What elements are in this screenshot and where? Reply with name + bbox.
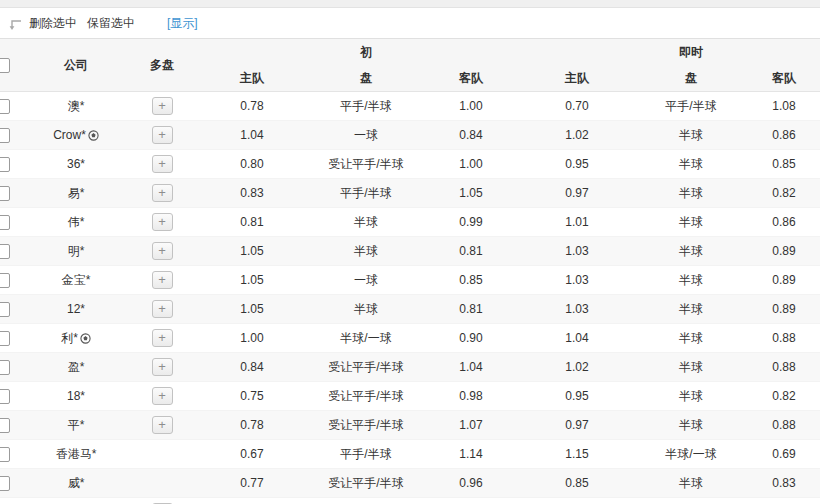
table-row: 18* + 0.75 受让平手/半球 0.98 0.95 半球 0.82 [0, 382, 820, 411]
multi-cell: + [130, 329, 194, 347]
live-away-odds: 0.89 [748, 244, 820, 258]
expand-odds-button[interactable]: + [152, 184, 173, 202]
expand-odds-button[interactable]: + [152, 300, 173, 318]
row-checkbox-cell [0, 360, 22, 375]
row-checkbox[interactable] [0, 99, 10, 114]
company-name: 威* [68, 475, 85, 492]
initial-away-odds: 0.98 [422, 389, 520, 403]
live-home-odds: 1.02 [520, 360, 634, 374]
live-away-odds: 0.82 [748, 186, 820, 200]
row-checkbox[interactable] [0, 157, 10, 172]
company-cell: 香港马* [22, 446, 130, 463]
live-home-odds: 0.95 [520, 389, 634, 403]
live-home-odds: 0.97 [520, 186, 634, 200]
table-row: Interwet* + 0.95 平手 0.75 0.90 半球 0.80 [0, 498, 820, 504]
expand-odds-button[interactable]: + [152, 242, 173, 260]
expand-odds-button[interactable]: + [152, 155, 173, 173]
row-checkbox[interactable] [0, 302, 10, 317]
company-name: 易* [68, 185, 85, 202]
live-handicap: 半球 [634, 475, 748, 492]
row-checkbox-cell [0, 128, 22, 143]
initial-handicap: 受让平手/半球 [310, 359, 422, 376]
initial-handicap: 平手/半球 [310, 446, 422, 463]
page-top-strip [0, 0, 820, 8]
row-checkbox[interactable] [0, 244, 10, 259]
table-row: Crow* + 1.04 一球 0.84 1.02 半球 0.86 [0, 121, 820, 150]
row-checkbox[interactable] [0, 447, 10, 462]
initial-home-odds: 1.05 [194, 244, 310, 258]
keep-selected-button[interactable]: 保留选中 [87, 15, 135, 32]
company-name: 利* [61, 330, 78, 347]
initial-away-odds: 0.84 [422, 128, 520, 142]
delete-selected-button[interactable]: 删除选中 [29, 15, 77, 32]
show-link[interactable]: [显示] [167, 15, 198, 32]
initial-away-odds: 0.81 [422, 244, 520, 258]
table-row: 威* 0.77 受让平手/半球 0.96 0.85 半球 0.83 [0, 469, 820, 498]
row-checkbox-cell [0, 389, 22, 404]
multi-cell: + [130, 416, 194, 434]
initial-away-odds: 1.14 [422, 447, 520, 461]
row-checkbox[interactable] [0, 476, 10, 491]
odds-table: 公司 多盘 主队 初 盘 客队 主队 即时 盘 客队 澳* + 0.78 平手/… [0, 39, 820, 504]
company-name: Crow* [53, 128, 86, 142]
row-checkbox[interactable] [0, 418, 10, 433]
initial-handicap: 一球 [310, 127, 422, 144]
live-handicap: 半球 [634, 388, 748, 405]
row-checkbox[interactable] [0, 128, 10, 143]
company-name: 香港马* [56, 446, 97, 463]
live-home-odds: 0.70 [520, 99, 634, 113]
multi-cell: + [130, 126, 194, 144]
row-checkbox[interactable] [0, 273, 10, 288]
initial-home-odds: 0.78 [194, 99, 310, 113]
company-cell: 18* [22, 389, 130, 403]
live-away-odds: 0.88 [748, 418, 820, 432]
table-row: 盈* + 0.84 受让平手/半球 1.04 1.02 半球 0.88 [0, 353, 820, 382]
table-row: 金宝* + 1.05 一球 0.85 1.03 半球 0.89 [0, 266, 820, 295]
live-away-odds: 0.85 [748, 157, 820, 171]
row-checkbox-cell [0, 244, 22, 259]
expand-odds-button[interactable]: + [152, 416, 173, 434]
expand-odds-button[interactable]: + [152, 387, 173, 405]
live-home-odds: 0.97 [520, 418, 634, 432]
live-handicap: 半球 [634, 272, 748, 289]
live-away-odds: 0.86 [748, 215, 820, 229]
row-checkbox[interactable] [0, 389, 10, 404]
header-initial-line2: 盘 [310, 65, 422, 91]
row-checkbox[interactable] [0, 360, 10, 375]
header-initial-away: 客队 [422, 65, 520, 91]
expand-odds-button[interactable]: + [152, 97, 173, 115]
live-handicap: 半球 [634, 417, 748, 434]
initial-away-odds: 0.85 [422, 273, 520, 287]
header-multi: 多盘 [130, 39, 194, 91]
expand-odds-button[interactable]: + [152, 271, 173, 289]
live-home-odds: 1.04 [520, 331, 634, 345]
row-checkbox[interactable] [0, 186, 10, 201]
row-checkbox[interactable] [0, 215, 10, 230]
expand-odds-button[interactable]: + [152, 358, 173, 376]
row-checkbox-cell [0, 99, 22, 114]
initial-home-odds: 0.81 [194, 215, 310, 229]
header-live-line1: 即时 [634, 39, 748, 65]
expand-odds-button[interactable]: + [152, 329, 173, 347]
expand-odds-button[interactable]: + [152, 126, 173, 144]
initial-handicap: 受让平手/半球 [310, 388, 422, 405]
live-handicap: 半球 [634, 127, 748, 144]
initial-handicap: 受让平手/半球 [310, 417, 422, 434]
table-row: 36* + 0.80 受让平手/半球 1.00 0.95 半球 0.85 [0, 150, 820, 179]
live-handicap: 半球 [634, 243, 748, 260]
row-checkbox-cell [0, 331, 22, 346]
initial-home-odds: 0.78 [194, 418, 310, 432]
select-all-checkbox[interactable] [0, 58, 10, 73]
table-row: 平* + 0.78 受让平手/半球 1.07 0.97 半球 0.88 [0, 411, 820, 440]
initial-handicap: 半球/一球 [310, 330, 422, 347]
live-home-odds: 1.03 [520, 244, 634, 258]
header-initial-home: 主队 [194, 65, 310, 91]
initial-home-odds: 0.75 [194, 389, 310, 403]
live-handicap: 平手/半球 [634, 98, 748, 115]
live-handicap: 半球 [634, 330, 748, 347]
expand-odds-button[interactable]: + [152, 213, 173, 231]
soccer-ball-icon [80, 333, 91, 344]
initial-away-odds: 1.00 [422, 157, 520, 171]
row-checkbox[interactable] [0, 331, 10, 346]
company-cell: 12* [22, 302, 130, 316]
